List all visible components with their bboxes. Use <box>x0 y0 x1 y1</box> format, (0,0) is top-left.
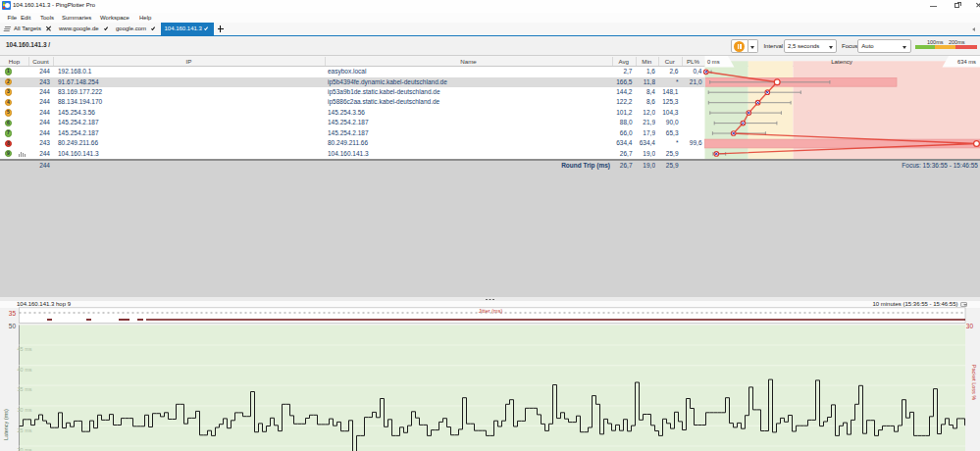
svg-text:0 ms: 0 ms <box>707 59 720 65</box>
svg-text:30: 30 <box>966 323 974 329</box>
svg-text:50: 50 <box>9 323 17 329</box>
svg-text:Latency (ms): Latency (ms) <box>3 409 9 440</box>
svg-text:45 ms: 45 ms <box>18 346 32 352</box>
svg-text:634 ms: 634 ms <box>957 59 976 65</box>
svg-text:35 ms: 35 ms <box>18 386 32 392</box>
svg-text:30 ms: 30 ms <box>18 407 32 413</box>
svg-text:20 ms: 20 ms <box>18 447 32 451</box>
svg-text:Packet Loss %: Packet Loss % <box>971 365 977 400</box>
svg-text:35: 35 <box>9 310 17 317</box>
svg-text:40 ms: 40 ms <box>18 367 32 373</box>
svg-text:25 ms: 25 ms <box>18 427 32 433</box>
svg-text:Jitter (ms): Jitter (ms) <box>479 308 503 314</box>
svg-text:Latency: Latency <box>831 58 853 65</box>
